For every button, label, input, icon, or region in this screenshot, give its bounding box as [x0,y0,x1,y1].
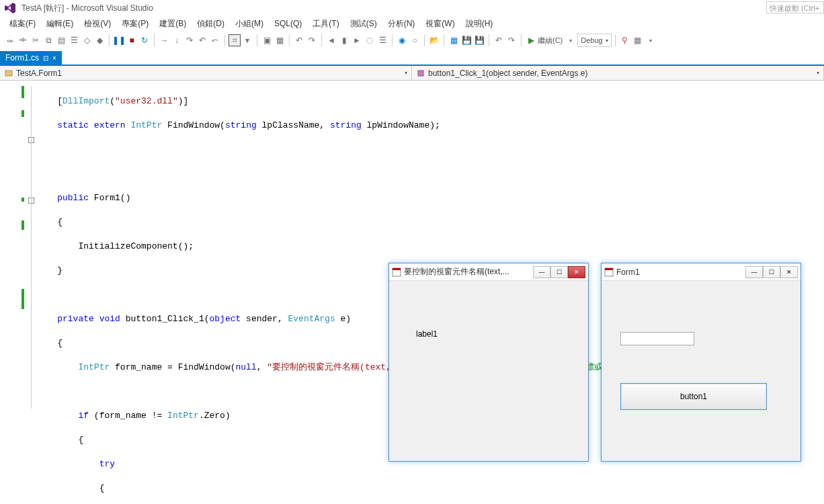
fwd-circle-icon[interactable]: ○ [409,34,421,46]
separator [257,34,257,46]
cut-icon[interactable]: ✂ [30,34,42,46]
step-over-icon[interactable]: ↷ [183,34,196,46]
menu-team[interactable]: 小組(M) [230,17,269,31]
winform-testb[interactable]: 要控制的視窗元件名稱(text,... — ☐ ✕ label1 [388,263,589,462]
change-marker [22,110,24,117]
step-into-icon[interactable]: ↓ [171,34,183,46]
separator [289,34,290,46]
layers-icon[interactable]: ▣ [261,34,273,46]
restart-icon[interactable]: ↻ [138,34,151,46]
bookmark-toggle-icon[interactable]: ▮ [338,34,350,46]
menu-tools[interactable]: 工具(T) [307,17,344,31]
redo2-icon[interactable]: ↷ [505,34,518,46]
stack-icon[interactable]: ▦ [274,34,286,46]
menu-build[interactable]: 建置(B) [154,17,192,31]
winform-buttons: — ☐ ✕ [745,266,798,278]
list-icon[interactable]: ☰ [68,34,80,46]
minimize-button[interactable]: — [745,266,763,278]
redo-icon[interactable]: ↷ [306,34,318,46]
undo-icon[interactable]: ↶ [293,34,305,46]
menu-file[interactable]: 檔案(F) [4,17,41,31]
separator [444,34,444,46]
menu-analyze[interactable]: 分析(N) [382,17,421,31]
menu-view[interactable]: 檢視(V) [79,17,116,31]
maximize-button[interactable]: ☐ [763,266,780,278]
paste-icon[interactable]: ▤ [55,34,67,46]
tab-form1cs[interactable]: Form1.cs ⊡ × [0,51,62,65]
nav-back-icon[interactable]: ⬰ [4,34,16,46]
undo2-icon[interactable]: ↶ [493,34,505,46]
step-back-icon[interactable]: ⤺ [209,34,221,46]
back-circle-icon[interactable]: ◉ [396,34,408,46]
close-button[interactable]: ✕ [780,266,798,278]
bookmark-clear-icon[interactable]: ◌ [364,34,376,46]
find-icon[interactable]: ⚲ [619,34,631,46]
winform-title: 要控制的視窗元件名稱(text,... [404,266,530,278]
code-line [36,144,824,156]
close-icon[interactable]: × [52,54,56,62]
save-all-icon[interactable]: 💾 [473,34,485,46]
save-icon[interactable]: 💾 [460,34,472,46]
winform-title: Form1 [616,267,743,277]
separator [224,34,225,46]
separator [489,34,489,46]
minimize-button[interactable]: — [533,266,550,278]
config-dropdown[interactable]: Debug ▾ [577,34,611,47]
pin-icon[interactable]: ⊡ [43,54,48,62]
nav-bar: TestA.Form1 ▾ button1_Click_1(object sen… [0,66,824,81]
code-line: public Form1() [36,192,824,204]
step-next-icon[interactable]: → [158,34,170,46]
winform-titlebar[interactable]: Form1 — ☐ ✕ [602,263,800,281]
menu-debug[interactable]: 偵錯(D) [192,17,230,31]
menu-window[interactable]: 視窗(W) [420,17,460,31]
svg-rect-0 [5,71,12,76]
winform-titlebar[interactable]: 要控制的視窗元件名稱(text,... — ☐ ✕ [389,263,588,281]
menu-edit[interactable]: 編輯(E) [41,17,79,31]
down-icon[interactable]: ▾ [241,34,253,46]
maximize-button[interactable]: ☐ [550,266,568,278]
new-item-icon[interactable]: ▦ [448,34,460,46]
continue-drop-icon[interactable]: ▾ [565,34,577,46]
pause-icon[interactable]: ❚❚ [113,34,125,46]
open-icon[interactable]: 📂 [428,34,440,46]
uncomment-icon[interactable]: ◆ [93,34,106,46]
comment-icon[interactable]: ◇ [81,34,93,46]
code-line: { [36,216,824,228]
overflow-icon[interactable]: ▾ [645,34,657,46]
separator [392,34,393,46]
step-out-icon[interactable]: ↶ [196,34,208,46]
menu-test[interactable]: 測試(S) [345,17,382,31]
copy-icon[interactable]: ⧉ [42,34,54,46]
nav-type-dropdown[interactable]: TestA.Form1 ▾ [0,66,412,80]
stop-icon[interactable]: ■ [126,34,138,46]
bookmark-next-icon[interactable]: ► [351,34,363,46]
winform-body: label1 [389,281,588,461]
label1: label1 [416,329,438,339]
continue-play-icon[interactable]: ▶ [525,34,537,46]
code-line: [DllImport("user32.dll")] [36,95,824,108]
bookmark-prev-icon[interactable]: ◄ [325,34,337,46]
toolbox-icon[interactable]: ▦ [632,34,644,46]
button1[interactable]: button1 [620,383,767,410]
code-line: static extern IntPtr FindWindow(string l… [36,120,824,132]
nav-fwd-icon[interactable]: ⬲ [17,34,29,46]
continue-label[interactable]: 繼續(C) [538,36,563,46]
quick-launch-box[interactable]: 快速啟動 (Ctrl+ [766,1,824,13]
change-marker [22,220,24,230]
nav-member-label: button1_Click_1(object sender, EventArgs… [428,69,587,78]
close-button[interactable]: ✕ [568,266,585,278]
menu-help[interactable]: 說明(H) [460,17,499,31]
config-label: Debug [581,36,602,44]
menu-project[interactable]: 專案(P) [116,17,154,31]
chevron-down-icon: ▾ [606,38,608,44]
nav-member-dropdown[interactable]: button1_Click_1(object sender, EventArgs… [412,66,824,80]
winform-buttons: — ☐ ✕ [533,266,585,278]
winform-body: button1 [602,281,800,461]
bookmark-list-icon[interactable]: ☰ [376,34,388,46]
wireframe-icon[interactable]: ⌗ [229,34,241,46]
menu-sql[interactable]: SQL(Q) [269,17,307,30]
winform-form1[interactable]: Form1 — ☐ ✕ button1 [601,263,801,462]
textbox1[interactable] [620,332,694,345]
class-icon [4,69,13,78]
change-marker [22,289,24,309]
